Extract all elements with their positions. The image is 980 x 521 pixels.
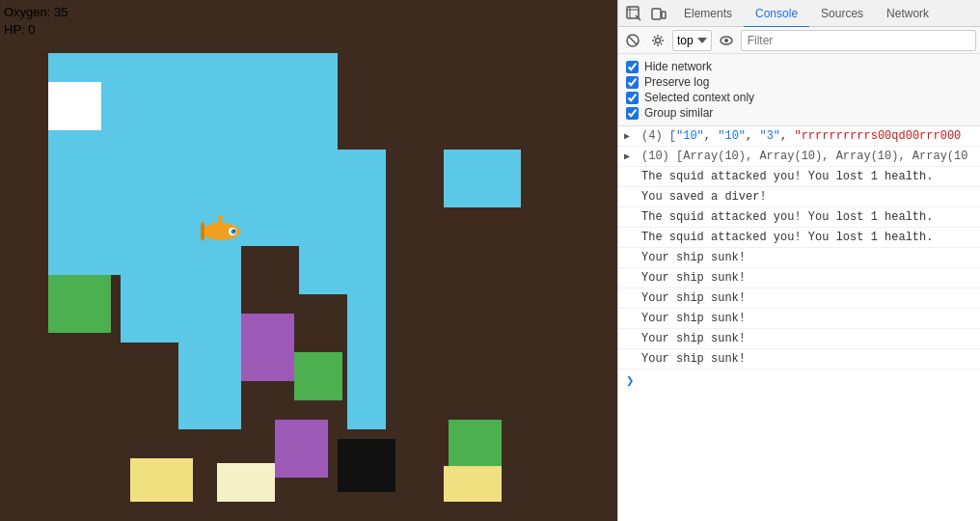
svg-point-8 xyxy=(201,230,204,241)
inspect-element-button[interactable] xyxy=(622,2,645,25)
console-filter-input[interactable] xyxy=(741,30,976,51)
svg-line-15 xyxy=(629,37,637,44)
console-line: Your ship sunk! xyxy=(618,329,980,349)
purple-block-mid xyxy=(241,314,294,381)
green-block-right xyxy=(449,420,502,468)
console-checkboxes: Hide network Preserve log Selected conte… xyxy=(618,54,980,126)
devtools-main-toolbar: Elements Console Sources Network xyxy=(618,0,980,27)
console-line: Your ship sunk! xyxy=(618,309,980,329)
console-line: You saved a diver! xyxy=(618,187,980,207)
console-line: The squid attacked you! You lost 1 healt… xyxy=(618,167,980,187)
prompt-arrow-icon: ❯ xyxy=(626,372,634,389)
expand-arrow-icon[interactable]: ▶ xyxy=(624,130,630,142)
yellow-block-right xyxy=(444,466,502,502)
yellow-block-left xyxy=(130,458,193,502)
hide-network-checkbox[interactable]: Hide network xyxy=(626,60,972,73)
white-block xyxy=(48,82,101,130)
selected-context-checkbox[interactable]: Selected context only xyxy=(626,91,972,104)
console-line: The squid attacked you! You lost 1 healt… xyxy=(618,207,980,228)
console-line: Your ship sunk! xyxy=(618,288,980,309)
purple-block-lower xyxy=(275,420,328,478)
console-line: ▶ (10) [Array(10), Array(10), Array(10),… xyxy=(618,147,980,167)
console-output: ▶ (4) ["10", "10", "3", "rrrrrrrrrrs00qd… xyxy=(618,126,980,521)
context-selector[interactable]: top xyxy=(672,30,712,51)
hp-stat: HP: 0 xyxy=(4,21,68,39)
brown-col-step1 xyxy=(121,343,178,429)
brown-col-right-ext xyxy=(444,207,521,429)
console-line: Your ship sunk! xyxy=(618,349,980,370)
eye-button[interactable] xyxy=(716,30,737,51)
game-canvas xyxy=(48,53,521,497)
console-line: Your ship sunk! xyxy=(618,248,980,268)
brown-top-right xyxy=(338,53,521,150)
console-line: The squid attacked you! You lost 1 healt… xyxy=(618,228,980,248)
brown-col-right-tall xyxy=(386,150,444,429)
console-line: Your ship sunk! xyxy=(618,268,980,288)
console-settings-button[interactable] xyxy=(647,30,668,51)
tab-sources[interactable]: Sources xyxy=(809,0,875,28)
svg-point-5 xyxy=(231,230,236,234)
submarine xyxy=(198,212,244,241)
preserve-log-checkbox[interactable]: Preserve log xyxy=(626,75,972,89)
tab-console[interactable]: Console xyxy=(744,0,809,28)
group-similar-checkbox[interactable]: Group similar xyxy=(626,106,972,120)
game-stats: Oxygen: 35 HP: 0 xyxy=(4,4,68,39)
console-line: ▶ (4) ["10", "10", "3", "rrrrrrrrrrs00qd… xyxy=(618,126,980,147)
black-block-bottom xyxy=(338,439,395,492)
svg-point-18 xyxy=(724,39,728,42)
green-block-left xyxy=(48,275,111,333)
game-panel: Oxygen: 35 HP: 0 xyxy=(0,0,617,521)
console-toolbar: top xyxy=(618,27,980,54)
svg-rect-12 xyxy=(652,9,661,19)
clear-console-button[interactable] xyxy=(622,30,643,51)
device-toggle-button[interactable] xyxy=(647,2,670,25)
expand-arrow-icon[interactable]: ▶ xyxy=(624,151,630,162)
green-block-midright xyxy=(294,352,342,400)
svg-rect-3 xyxy=(217,216,224,218)
console-prompt[interactable]: ❯ xyxy=(618,370,980,392)
svg-point-6 xyxy=(233,230,235,232)
tab-elements[interactable]: Elements xyxy=(672,0,744,28)
tab-network[interactable]: Network xyxy=(875,0,940,28)
game-scene xyxy=(48,53,521,497)
oxygen-stat: Oxygen: 35 xyxy=(4,4,68,21)
devtools-panel: Elements Console Sources Network xyxy=(617,0,980,521)
svg-rect-13 xyxy=(662,12,666,18)
cream-block-bottom xyxy=(217,463,275,502)
svg-point-16 xyxy=(656,38,661,42)
